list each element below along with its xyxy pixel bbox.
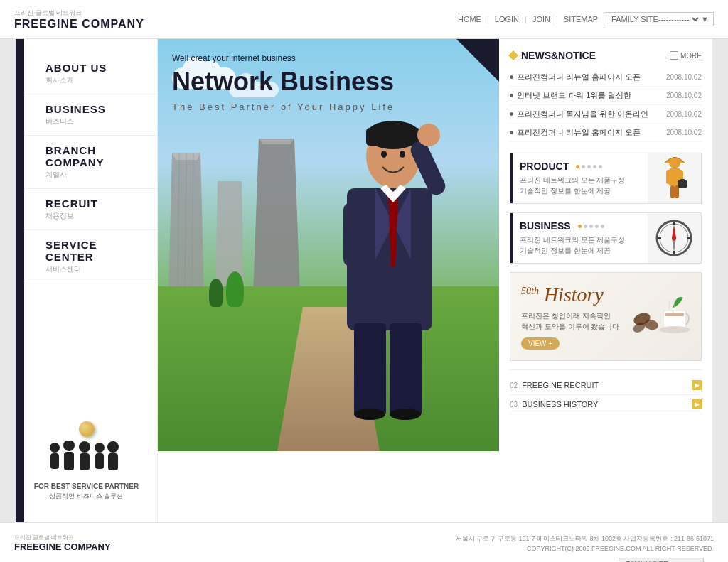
sidebar-item-service[interactable]: SERVICE CENTER 서비스센터 <box>24 230 157 283</box>
sidebar-item-recruit-label: RECRUIT <box>46 198 136 210</box>
center-hero: Well creat your internet business Networ… <box>158 39 499 522</box>
chevron-down-icon: ▼ <box>707 559 714 562</box>
news-item[interactable]: 인터넷 브랜드 파워 1위를 달성한 2008.10.02 <box>510 87 702 105</box>
news-title-row: NEWS&NOTICE <box>510 50 596 61</box>
svg-rect-5 <box>80 453 90 470</box>
svg-rect-39 <box>670 185 675 198</box>
arrow-icon: ▶ <box>692 399 702 409</box>
business-card-left: BUSINESS 프리진 네트워크의 모든 제품구성 기술적인 정보를 한눈에 … <box>510 213 648 263</box>
divider: | <box>556 15 558 23</box>
history-content: 50th History 프리진은 창업이래 지속적인 혁신과 도약을 이루어 … <box>521 283 690 350</box>
sidebar-item-about-sub: 회사소개 <box>46 75 136 85</box>
hero-text-area: Well creat your internet business Networ… <box>172 53 395 112</box>
arrow-icon: ▶ <box>692 380 702 390</box>
dot <box>593 165 596 168</box>
product-card: PRODUCT 프리진 네트워크의 모든 제품구성 기술적인 정보를 한눈에 제… <box>510 153 702 204</box>
tree-2 <box>226 271 244 307</box>
hero-person <box>304 96 482 451</box>
tree-1 <box>209 279 223 307</box>
news-list: 프리진컴퍼니 리뉴얼 홈페이지 오픈 2008.10.02 인터넷 브랜드 파워… <box>510 68 702 142</box>
product-dots <box>576 165 602 168</box>
link-num: 03 <box>510 401 518 409</box>
link-text: FREEGINE RECRUIT <box>522 381 692 389</box>
sidebar-item-branch-label: BRANCH COMPANY <box>46 144 136 168</box>
more-label: MORE <box>680 52 702 60</box>
news-header: NEWS&NOTICE MORE <box>510 50 702 61</box>
coffee-illustration <box>633 283 690 333</box>
people-svg <box>44 441 129 476</box>
svg-rect-30 <box>354 323 386 416</box>
sidebar-item-about[interactable]: ABOUT US 회사소개 <box>24 53 157 94</box>
business-dots <box>578 225 604 228</box>
nav-sitemap[interactable]: SITEMAP <box>564 15 598 23</box>
news-bullet-icon <box>508 50 518 60</box>
dot <box>584 225 587 228</box>
product-text-1: 프리진 네트워크의 모든 제품구성 <box>520 175 641 185</box>
svg-rect-3 <box>64 452 74 470</box>
svg-point-25 <box>381 151 387 158</box>
sidebar-tagline: FOR BEST SERVICE PARTNER 성공적인 비즈니스 솔루션 <box>26 482 146 501</box>
news-item-text: 프리진컴퍼니 리뉴얼 홈페이지 오픈 <box>517 72 663 82</box>
svg-point-57 <box>659 326 690 333</box>
svg-point-33 <box>390 409 421 420</box>
news-item-date: 2008.10.02 <box>666 92 702 99</box>
bullet-icon <box>510 112 513 116</box>
nav-join[interactable]: JOIN <box>532 15 550 23</box>
svg-point-26 <box>400 151 405 158</box>
view-button[interactable]: VIEW + <box>521 337 560 350</box>
product-title: PRODUCT <box>520 161 641 172</box>
svg-point-2 <box>63 441 75 451</box>
sidebar-item-service-sub: 서비스센터 <box>46 264 136 274</box>
bullet-icon <box>510 75 513 79</box>
compass-svg <box>655 219 694 258</box>
sidebar-item-recruit-sub: 채용정보 <box>46 211 136 221</box>
nav-login[interactable]: LOGIN <box>495 15 519 23</box>
logo-area: 프리진 글로벌 네트워크 FREEGINE COMPANY <box>14 9 144 31</box>
news-item-date: 2008.10.02 <box>666 73 702 81</box>
history-year: 50th History <box>521 283 619 306</box>
svg-rect-41 <box>678 180 687 188</box>
news-title: NEWS&NOTICE <box>521 50 596 61</box>
logo-main: FREEGINE COMPANY <box>14 18 144 31</box>
footer-logo-main: FREEGINE COMPANY <box>14 541 111 552</box>
sphere-icon <box>79 421 95 437</box>
chevron-down-icon: ▼ <box>701 15 709 23</box>
svg-rect-7 <box>95 453 104 469</box>
sidebar-item-recruit[interactable]: RECRUIT 채용정보 <box>24 189 157 230</box>
divider: | <box>487 15 489 23</box>
family-site-select-wrapper[interactable]: FAMILY SITE---------------- ▼ <box>604 12 714 26</box>
svg-rect-37 <box>666 170 672 184</box>
news-item[interactable]: 프리진컴퍼니 리뉴얼 홈페이지 오픈 2008.10.02 <box>510 124 702 142</box>
sidebar-item-about-label: ABOUT US <box>46 62 136 74</box>
svg-point-0 <box>50 443 60 453</box>
dot <box>587 165 591 168</box>
main-wrapper: ABOUT US 회사소개 BUSINESS 비즈니스 BRANCH COMPA… <box>16 39 712 522</box>
sidebar: ABOUT US 회사소개 BUSINESS 비즈니스 BRANCH COMPA… <box>16 39 158 522</box>
coffee-svg <box>633 283 690 333</box>
top-nav: HOME | LOGIN | JOIN | SITEMAP FAMILY SIT… <box>458 12 714 26</box>
sidebar-bottom: FOR BEST SERVICE PARTNER 성공적인 비즈니스 솔루션 <box>26 421 146 501</box>
more-link[interactable]: MORE <box>670 51 702 60</box>
nav-home[interactable]: HOME <box>458 15 481 23</box>
news-item[interactable]: 프리진컴퍼니 독자님을 위한 이온라인 2008.10.02 <box>510 105 702 124</box>
sidebar-item-business[interactable]: BUSINESS 비즈니스 <box>24 94 157 136</box>
news-item[interactable]: 프리진컴퍼니 리뉴얼 홈페이지 오픈 2008.10.02 <box>510 68 702 87</box>
bottom-link-recruit[interactable]: 02 FREEGINE RECRUIT ▶ <box>510 376 702 395</box>
hero-title: Network Business <box>172 67 395 96</box>
dot <box>595 225 599 228</box>
dot <box>576 165 579 168</box>
hero-subtitle: The Best Partner of Your Happy Life <box>172 102 395 112</box>
sidebar-item-branch-sub: 계열사 <box>46 170 136 180</box>
sidebar-item-service-label: SERVICE CENTER <box>46 239 136 263</box>
right-panel: NEWS&NOTICE MORE 프리진컴퍼니 리뉴얼 홈페이지 오픈 2008… <box>499 39 712 522</box>
sidebar-item-branch[interactable]: BRANCH COMPANY 계열사 <box>24 136 157 189</box>
footer-family-select[interactable]: FAMILY SITE <box>619 558 704 562</box>
product-card-left: PRODUCT 프리진 네트워크의 모든 제품구성 기술적인 정보를 한눈에 제… <box>510 153 648 203</box>
bottom-link-history[interactable]: 03 BUSINESS HISTORY ▶ <box>510 395 702 414</box>
svg-rect-1 <box>50 453 59 469</box>
more-icon <box>670 51 678 60</box>
family-site-select[interactable]: FAMILY SITE---------------- <box>609 14 701 24</box>
news-item-date: 2008.10.02 <box>666 110 702 118</box>
logo-subtitle: 프리진 글로벌 네트워크 <box>14 9 144 18</box>
history-text-1: 프리진은 창업이래 지속적인 <box>521 310 619 321</box>
